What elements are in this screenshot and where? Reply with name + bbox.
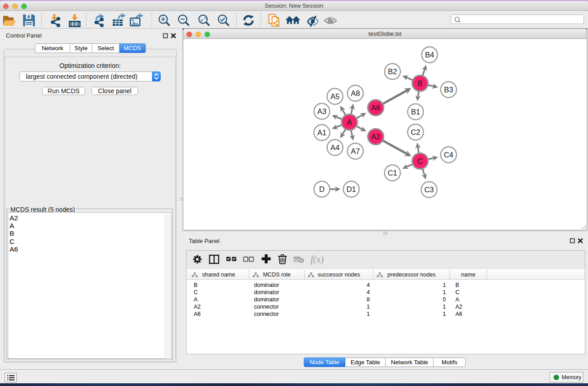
svg-text:B2: B2 — [388, 67, 397, 76]
svg-text:C4: C4 — [444, 151, 453, 159]
svg-text:A3: A3 — [317, 107, 326, 115]
svg-text:B1: B1 — [411, 108, 420, 116]
svg-text:D: D — [319, 185, 325, 193]
svg-text:A2: A2 — [371, 133, 380, 141]
svg-text:A4: A4 — [330, 143, 339, 152]
svg-text:C1: C1 — [387, 169, 397, 177]
svg-text:B: B — [417, 79, 422, 87]
svg-text:A: A — [347, 118, 352, 126]
svg-text:D1: D1 — [346, 185, 356, 193]
svg-text:A5: A5 — [330, 92, 339, 100]
svg-text:A8: A8 — [351, 89, 360, 97]
svg-text:B4: B4 — [425, 51, 434, 59]
svg-text:A1: A1 — [317, 129, 326, 137]
svg-text:A7: A7 — [351, 147, 360, 155]
svg-text:C3: C3 — [424, 186, 434, 194]
svg-text:B3: B3 — [444, 86, 453, 94]
svg-text:A6: A6 — [371, 104, 380, 112]
svg-text:C2: C2 — [411, 128, 420, 136]
svg-text:C: C — [417, 157, 423, 165]
svg-text:f(x): f(x) — [311, 254, 324, 265]
